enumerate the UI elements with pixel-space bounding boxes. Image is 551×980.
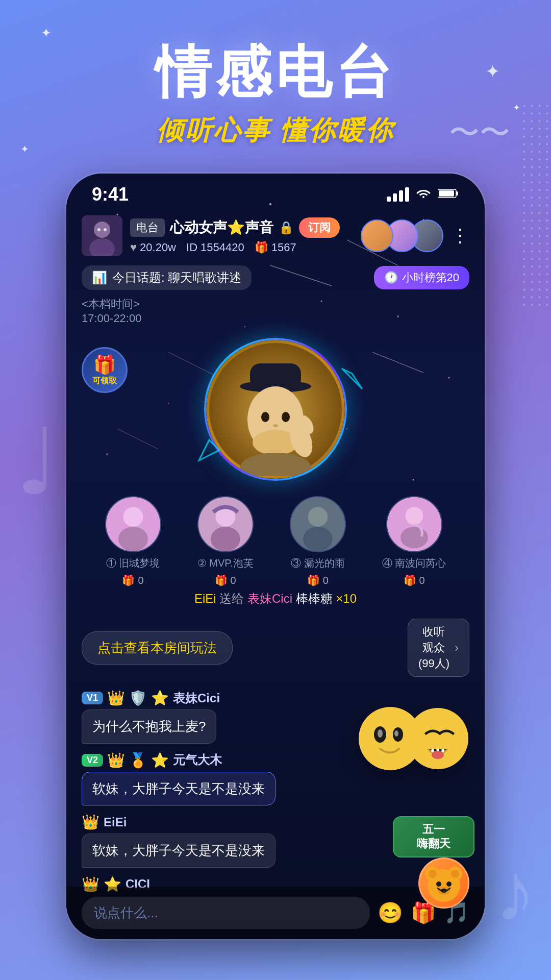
audience-avatar-1 — [361, 219, 393, 252]
radio-badge: 电台 — [130, 218, 165, 237]
seat-1-avatar — [105, 496, 161, 552]
username-1: 表妹Cici — [173, 690, 220, 706]
signal-icon — [387, 187, 409, 202]
seat-4[interactable]: ④ 南波问芮心 🎁 0 — [382, 496, 446, 586]
msg-bubble-3: 软妹，大胖子今天是不是没来 — [82, 834, 276, 867]
username-2: 元气大木 — [173, 752, 222, 768]
seat-3-rank: ③ 漏光的雨 — [291, 556, 345, 570]
event-banner[interactable]: 五一 嗨翻天 — [393, 816, 474, 857]
seat-4-gift: 🎁 0 — [404, 574, 425, 586]
gift-badge[interactable]: 🎁 可领取 — [82, 347, 128, 393]
rank-badge[interactable]: 🕐 小时榜第20 — [374, 266, 469, 289]
gift-action: 送给 — [219, 592, 244, 605]
topic-left[interactable]: 📊 今日话题: 聊天唱歌讲述 — [82, 265, 252, 290]
seat-3-avatar — [290, 496, 346, 552]
music-note-left-decor: ♩ — [15, 408, 59, 515]
room-name: 心动女声⭐声音 — [170, 218, 273, 237]
topic-text: 今日话题: 聊天唱歌讲述 — [112, 270, 241, 286]
seat-1[interactable]: ① 旧城梦境 🎁 0 — [105, 496, 161, 586]
svg-point-58 — [432, 751, 444, 759]
medal-icon-2: 🏅 — [129, 752, 147, 769]
lock-icon: 🔒 — [279, 220, 294, 235]
gift-badge-label: 可领取 — [92, 376, 117, 386]
chart-icon: 📊 — [92, 271, 107, 285]
how-to-play-row: 点击查看本房间玩法 收听 观众 (99人) › — [82, 619, 469, 677]
seat-3[interactable]: ③ 漏光的雨 🎁 0 — [290, 496, 346, 586]
emoji-button[interactable]: 😊 — [378, 901, 403, 925]
schedule-time-range: 17:00-22:00 — [82, 312, 469, 325]
gift-item-name: 棒棒糖 — [296, 592, 333, 605]
audience-line2: 观众 — [418, 640, 449, 656]
likes-stat: ♥ 20.20w — [130, 241, 176, 254]
svg-point-48 — [303, 527, 333, 551]
how-to-play-button[interactable]: 点击查看本房间玩法 — [82, 631, 233, 665]
svg-point-47 — [308, 507, 328, 527]
svg-point-54 — [378, 729, 383, 738]
pet-badge[interactable] — [418, 857, 469, 909]
svg-point-25 — [94, 222, 110, 238]
msg-bubble-1: 为什么不抱我上麦? — [82, 709, 216, 743]
seat-2[interactable]: ② MVP.泡芙 🎁 0 — [197, 496, 254, 586]
audience-line1: 收听 — [418, 624, 449, 640]
listener-seats: ① 旧城梦境 🎁 0 ② MVP.泡芙 � — [66, 496, 485, 586]
seat-1-rank: ① 旧城梦境 — [106, 556, 160, 570]
audience-info[interactable]: 收听 观众 (99人) › — [408, 619, 469, 677]
svg-point-57 — [407, 708, 468, 769]
svg-point-64 — [436, 881, 441, 887]
svg-point-51 — [400, 527, 428, 548]
chat-input[interactable]: 说点什么... — [82, 897, 370, 929]
svg-point-65 — [446, 881, 452, 887]
schedule-time-label: <本档时间> — [82, 297, 469, 312]
host-display-area — [66, 328, 485, 491]
svg-point-62 — [429, 870, 437, 878]
gift-badge-icon: 🎁 — [93, 354, 116, 376]
shield-icon-1: 🛡️ — [129, 690, 147, 706]
status-time: 9:41 — [92, 184, 129, 205]
seat-2-gift: 🎁 0 — [215, 574, 236, 586]
seat-3-gift: 🎁 0 — [307, 574, 329, 586]
svg-point-63 — [451, 870, 459, 878]
svg-point-45 — [211, 527, 240, 551]
gift-count: ×10 — [336, 592, 357, 605]
crown-icon-3: 👑 — [82, 814, 99, 830]
schedule-info: <本档时间> 17:00-22:00 — [66, 294, 485, 328]
emoji-face — [357, 698, 469, 796]
app-title: 情感电台 — [0, 41, 551, 103]
seat-4-rank: ④ 南波问芮心 — [382, 556, 446, 570]
svg-point-42 — [118, 527, 148, 551]
username-3: EiEi — [104, 815, 127, 829]
room-header: 电台 心动女声⭐声音 🔒 订阅 ♥ 20.20w ID 1554420 🎁 15… — [66, 210, 485, 261]
status-bar: 9:41 — [66, 174, 485, 210]
svg-point-56 — [394, 730, 398, 737]
more-options-icon[interactable]: ⋮ — [451, 225, 469, 247]
gift-stat: 🎁 1567 — [255, 241, 296, 254]
vip-badge-2: V2 — [82, 754, 103, 767]
svg-rect-22 — [456, 191, 458, 195]
msg-bubble-2: 软妹，大胖子今天是不是没来 — [82, 772, 276, 805]
svg-point-28 — [104, 228, 107, 231]
seat-1-gift: 🎁 0 — [122, 574, 143, 586]
crown-icon-1: 👑 — [107, 690, 125, 706]
vip-badge-1: V1 — [82, 692, 103, 704]
star-icon-2: ⭐ — [151, 752, 169, 769]
svg-point-50 — [405, 507, 423, 525]
audience-line3: (99人) — [418, 656, 449, 672]
battery-icon — [438, 188, 459, 201]
id-stat: ID 1554420 — [186, 241, 244, 254]
rank-label: 小时榜第20 — [402, 270, 459, 285]
host-avatar[interactable] — [82, 215, 122, 256]
chevron-right-icon: › — [455, 639, 459, 656]
seat-2-rank: ② MVP.泡芙 — [197, 556, 254, 570]
star-icon-1: ⭐ — [151, 690, 169, 706]
gift-receiver: 表妹Cici — [247, 592, 292, 605]
svg-point-41 — [123, 507, 143, 527]
dot-pattern-decor — [520, 102, 551, 306]
input-placeholder: 说点什么... — [94, 905, 158, 920]
gift-notification: EiEi 送给 表妹Cici 棒棒糖 ×10 — [66, 586, 485, 611]
emoji-overlay — [357, 698, 469, 796]
crown-icon-2: 👑 — [107, 752, 125, 769]
event-badge-label: 五一 嗨翻天 — [393, 816, 474, 857]
subscribe-button[interactable]: 订阅 — [299, 217, 340, 238]
phone-frame: 9:41 — [66, 174, 485, 939]
header-right: ⋮ — [361, 219, 469, 252]
